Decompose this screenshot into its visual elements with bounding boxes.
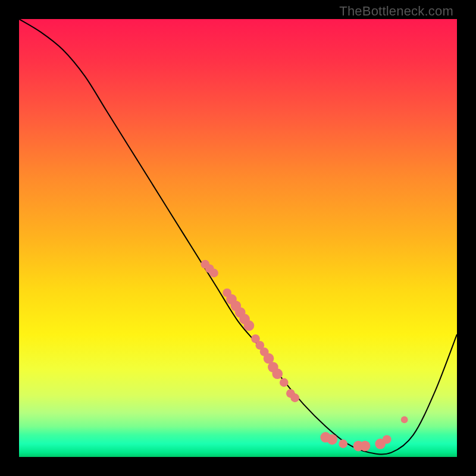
attribution-label: TheBottleneck.com: [339, 4, 453, 19]
gradient-background: [19, 19, 457, 457]
chart-stage: TheBottleneck.com: [0, 0, 476, 476]
plot-area: [19, 19, 457, 457]
